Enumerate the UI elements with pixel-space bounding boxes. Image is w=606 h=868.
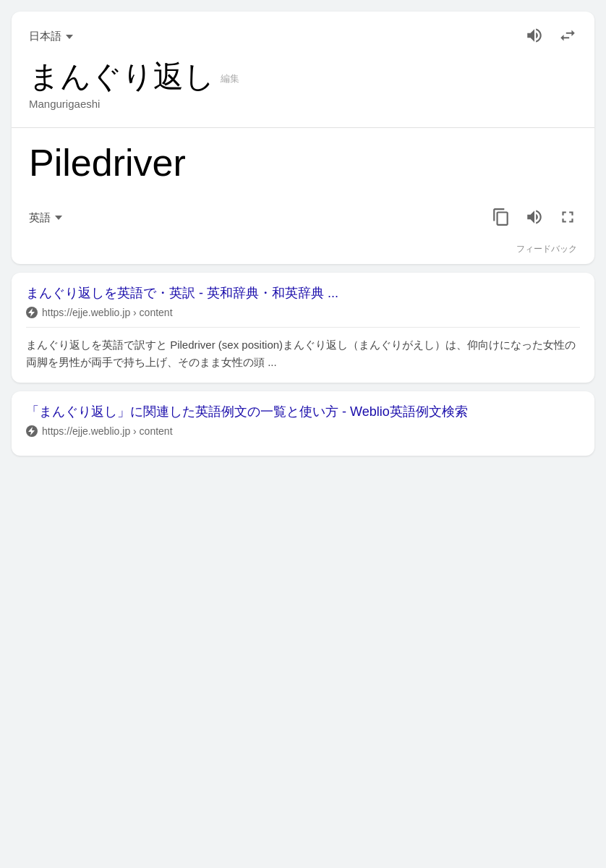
result-1-url: https://ejje.weblio.jp › content	[42, 307, 173, 318]
source-language-label: 日本語	[29, 30, 61, 43]
target-language-label: 英語	[29, 211, 51, 225]
target-footer: 英語	[29, 208, 577, 229]
result-2-url: https://ejje.weblio.jp › content	[42, 425, 173, 437]
result-1-title[interactable]: まんぐり返しを英語で・英訳 - 英和辞典・和英辞典 ...	[26, 284, 580, 302]
source-language-selector[interactable]: 日本語	[29, 30, 73, 43]
source-lang-dropdown-arrow	[66, 35, 73, 39]
target-section: Piledriver 英語	[12, 128, 594, 239]
source-section: 日本語 まんぐり返し編集 Mangurigaeshi	[12, 12, 594, 127]
result-1-divider	[26, 327, 580, 328]
lightning-icon-2	[26, 425, 38, 437]
target-speaker-icon[interactable]	[525, 208, 544, 229]
swap-languages-icon[interactable]	[558, 26, 577, 47]
translated-text: Piledriver	[29, 142, 577, 184]
source-header: 日本語	[29, 26, 577, 47]
translation-card: 日本語 まんぐり返し編集 Mangurigaeshi	[12, 12, 594, 264]
result-1-snippet: まんぐり返しを英語で訳すと Piledriver (sex position)ま…	[26, 336, 580, 371]
result-2-url-row: https://ejje.weblio.jp › content	[26, 425, 580, 437]
search-result-2: 「まんぐり返し」に関連した英語例文の一覧と使い方 - Weblio英語例文検索 …	[12, 391, 594, 456]
feedback-row: フィードバック	[12, 240, 594, 264]
source-text: まんぐり返し編集	[29, 59, 577, 95]
speaker-icon[interactable]	[525, 26, 544, 47]
result-1-url-row: https://ejje.weblio.jp › content	[26, 307, 580, 318]
expand-icon[interactable]	[558, 208, 577, 229]
header-icon-group	[525, 26, 577, 47]
edit-label[interactable]: 編集	[221, 73, 239, 84]
romanization: Mangurigaeshi	[29, 98, 577, 110]
result-2-title[interactable]: 「まんぐり返し」に関連した英語例文の一覧と使い方 - Weblio英語例文検索	[26, 403, 580, 421]
target-icon-group	[492, 208, 577, 229]
copy-icon[interactable]	[492, 208, 511, 229]
feedback-label[interactable]: フィードバック	[516, 243, 577, 255]
target-language-selector[interactable]: 英語	[29, 211, 62, 225]
target-lang-dropdown-arrow	[55, 216, 62, 220]
lightning-icon-1	[26, 307, 38, 318]
search-result-1: まんぐり返しを英語で・英訳 - 英和辞典・和英辞典 ... https://ej…	[12, 273, 594, 383]
